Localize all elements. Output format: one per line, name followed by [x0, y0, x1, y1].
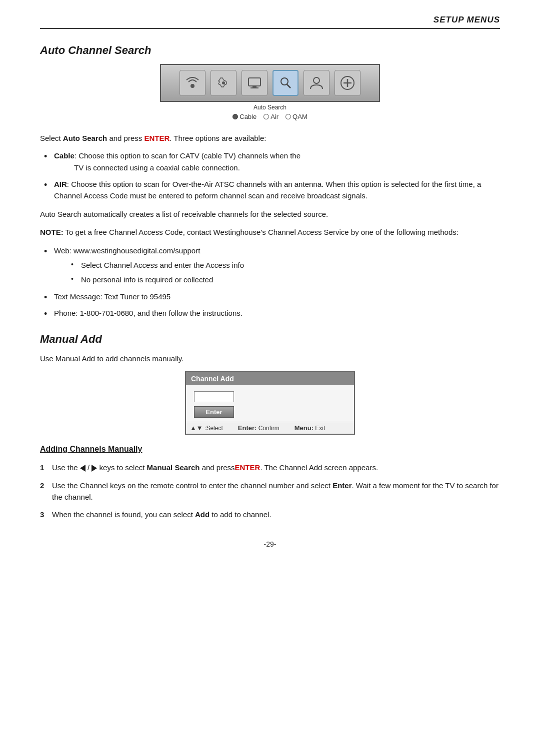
channel-add-input[interactable] [194, 391, 234, 402]
menu-icon-user [304, 70, 330, 96]
manual-add-title: Manual Add [40, 333, 500, 346]
footer-select-label: :Select [204, 425, 223, 432]
svg-point-1 [222, 81, 225, 84]
contact-text: Text Message: Text Tuner to 95495 [40, 291, 500, 302]
channel-add-dialog: Channel Add Enter ▲▼ :Select Enter: Conf… [185, 371, 355, 435]
menu-label: Auto Search [254, 104, 286, 111]
sub-bullet-1: Select Channel Access and enter the Acce… [69, 259, 500, 271]
channel-add-footer: ▲▼ :Select Enter: Confirm Menu: Exit [186, 422, 354, 434]
left-arrow-icon [80, 465, 86, 472]
channel-add-container: Channel Add Enter ▲▼ :Select Enter: Conf… [185, 371, 355, 435]
bullet-air: AIR: Choose this option to scan for Over… [40, 178, 500, 202]
svg-line-6 [287, 84, 290, 88]
adding-channels-title: Adding Channels Manually [40, 445, 500, 454]
auto-search-intro: Select Auto Search and press ENTER. Thre… [40, 132, 500, 144]
radio-qam-circle [286, 114, 291, 119]
radio-air-label: Air [270, 113, 278, 120]
page-number: -29- [40, 540, 500, 548]
footer-select: ▲▼ :Select [190, 424, 223, 432]
footer-exit-label: Exit [315, 425, 325, 432]
contact-web: Web: www.westinghousedigital.com/support… [40, 245, 500, 286]
auto-channel-search-title: Auto Channel Search [40, 44, 500, 57]
steps-list: 1 Use the / keys to select Manual Search… [40, 462, 500, 520]
step-2-num: 2 [40, 480, 44, 491]
radio-cable-circle [232, 114, 238, 119]
contact-phone: Phone: 1-800-701-0680, and then follow t… [40, 307, 500, 319]
bullet-cable-text: : Choose this option to scan for CATV (c… [74, 151, 300, 160]
note-label: NOTE: [40, 228, 64, 236]
up-down-key: ▲▼ [190, 424, 203, 432]
menu-icon-display [242, 70, 268, 96]
menu-icon-settings [210, 70, 236, 96]
step-2: 2 Use the Channel keys on the remote con… [40, 480, 500, 503]
radio-qam: QAM [286, 113, 308, 120]
page: SETUP MENUS Auto Channel Search [0, 0, 540, 756]
bullet-cable-text2: TV is connected using a coaxial cable co… [54, 162, 500, 173]
channel-add-title-bar: Channel Add [186, 372, 354, 385]
svg-point-5 [281, 78, 288, 85]
step-3-bold: Add [195, 510, 210, 519]
bullet-air-text: : Choose this option to scan for Over-th… [54, 180, 481, 200]
bullet-cable-label: Cable [54, 151, 74, 160]
radio-cable-label: Cable [240, 113, 256, 120]
radio-qam-label: QAM [292, 113, 308, 120]
manual-add-intro: Use Manual Add to add channels manually. [40, 353, 500, 364]
menu-icon-add [334, 70, 360, 96]
footer-confirm: Enter: Confirm [238, 424, 280, 432]
bullet-cable: Cable: Choose this option to scan for CA… [40, 150, 500, 173]
footer-confirm-label: Confirm [258, 425, 280, 432]
menu-key-footer: Menu: [294, 424, 314, 432]
contact-bullets: Web: www.westinghousedigital.com/support… [40, 245, 500, 319]
channel-add-enter-button[interactable]: Enter [194, 406, 234, 418]
svg-point-0 [190, 84, 194, 88]
enter-key-1: ENTER [144, 134, 170, 142]
menu-radio-row: Cable Air QAM [232, 113, 307, 120]
sub-bullet-2: No personal info is required or collecte… [69, 274, 500, 285]
auto-search-note: Auto Search automatically creates a list… [40, 208, 500, 220]
contact-web-text: Web: www.westinghousedigital.com/support [54, 246, 200, 255]
manual-add-section: Manual Add Use Manual Add to add channel… [40, 333, 500, 520]
auto-channel-search-section: Auto Channel Search [40, 44, 500, 319]
bullet-air-label: AIR [54, 180, 67, 188]
step-1: 1 Use the / keys to select Manual Search… [40, 462, 500, 473]
channel-add-body: Enter [186, 385, 354, 422]
menu-icon-broadcast [180, 70, 206, 96]
menu-icon-search-selected [272, 70, 298, 96]
enter-key-footer: Enter: [238, 424, 257, 432]
step-1-bold: Manual Search [147, 463, 200, 472]
right-arrow-icon [92, 465, 97, 472]
option-bullets: Cable: Choose this option to scan for CA… [40, 150, 500, 201]
menu-image: Auto Search Cable Air QAM [160, 64, 380, 120]
radio-air-circle [264, 114, 269, 119]
enter-key-step1: ENTER [235, 463, 260, 472]
step-2-bold: Enter [332, 481, 352, 490]
radio-cable: Cable [232, 113, 256, 120]
step-1-num: 1 [40, 462, 44, 473]
web-sub-bullets: Select Channel Access and enter the Acce… [69, 259, 500, 286]
step-3: 3 When the channel is found, you can sel… [40, 509, 500, 520]
menu-icons-row [160, 64, 380, 102]
radio-air: Air [264, 113, 278, 120]
header-title: SETUP MENUS [434, 15, 500, 25]
svg-rect-2 [248, 78, 260, 86]
footer-exit: Menu: Exit [294, 424, 326, 432]
page-header: SETUP MENUS [40, 15, 500, 29]
auto-search-bold: Auto Search [63, 134, 107, 142]
svg-point-7 [314, 77, 320, 83]
note-paragraph: NOTE: To get a free Channel Access Code,… [40, 226, 500, 238]
step-3-num: 3 [40, 509, 44, 520]
